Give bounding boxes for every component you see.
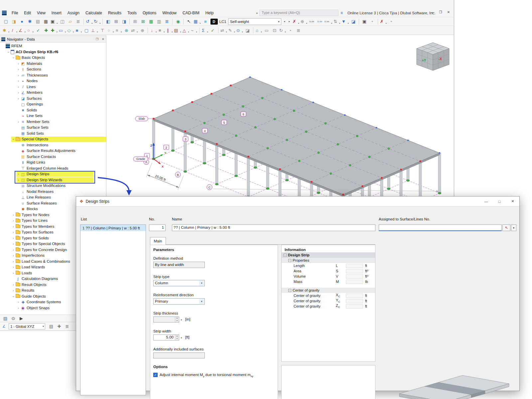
arc-tools-button[interactable]: ○ <box>27 27 34 34</box>
tables-toggle-button[interactable]: ⊞ <box>112 18 120 25</box>
expander-closed-icon[interactable]: › <box>11 253 15 259</box>
expander-closed-icon[interactable]: › <box>16 177 20 183</box>
excel-export-button[interactable]: ▦ <box>147 18 155 25</box>
menu-window[interactable]: Window <box>159 9 180 17</box>
strip-thickness-input[interactable]: ▲▼ <box>153 317 179 323</box>
result-values-button[interactable]: x.xx <box>316 18 324 25</box>
table-tools-button[interactable]: ⊞ <box>131 18 139 25</box>
units-settings-button[interactable]: x.xx <box>324 18 332 25</box>
dialog-maximize-button[interactable]: □ <box>493 197 506 206</box>
select-pointer-button[interactable]: ↖ <box>185 18 193 25</box>
keyword-search-input[interactable]: Type a keyword (Alt+Q) <box>259 10 338 16</box>
tree-item-basic-objects[interactable]: ›Basic Objects <box>0 55 106 61</box>
export-tables-button[interactable]: ⊠ <box>139 18 147 25</box>
nodal-load-button[interactable]: ↓ <box>150 27 157 34</box>
strip-type-combobox[interactable]: Column ▾ <box>153 280 205 286</box>
dialog-minimize-button[interactable]: — <box>479 197 493 206</box>
tree-item-member-sets[interactable]: ›≡Member Sets <box>0 119 106 125</box>
surface-load-button[interactable]: ▤ <box>174 27 181 34</box>
comment-tool-button[interactable]: ✎ <box>228 27 235 34</box>
expander-closed-icon[interactable]: › <box>11 235 15 241</box>
expander-closed-icon[interactable]: › <box>16 66 20 72</box>
print-button[interactable]: ▣ <box>50 18 58 25</box>
print-report-button[interactable]: ▥ <box>155 18 163 25</box>
redo-button[interactable]: ↻ <box>93 18 101 25</box>
dlubal-center-button[interactable]: ● <box>18 18 26 25</box>
menu-view[interactable]: View <box>34 9 49 17</box>
print-graphic-button[interactable]: ▣ <box>361 18 368 25</box>
opening-new-button[interactable]: ▢ <box>83 27 90 34</box>
overflow-end-button[interactable]: » <box>388 18 395 25</box>
expander-closed-icon[interactable]: › <box>16 61 20 67</box>
clipboard-list-button[interactable]: ≣ <box>74 18 82 25</box>
tree-item-thicknesses[interactable]: ›▱Thicknesses <box>0 72 106 78</box>
tree-item-sections[interactable]: ›ⅠSections <box>0 66 106 72</box>
solid-new-button[interactable]: ■ <box>75 27 82 34</box>
width-spinner[interactable]: ▲▼ <box>175 335 179 340</box>
dimension-tool-button[interactable]: ⇄ <box>220 27 227 34</box>
list-item-selected[interactable]: 1 ?? | Column | Primary | w : 5.00 ft <box>80 225 146 231</box>
tree-item-structure-modifications[interactable]: ⊞Structure Modifications <box>0 183 106 189</box>
intersection-tool-button[interactable]: ⊗ <box>123 27 130 34</box>
tree-item-design-strips[interactable]: ›◫Design Strips <box>0 171 106 177</box>
line-support-button[interactable]: ⊤ <box>99 27 106 34</box>
tree-item-special-objects[interactable]: ›Special Objects <box>0 136 106 142</box>
tree-item-nodal-releases[interactable]: ↓Nodal Releases <box>0 189 106 195</box>
tab-main[interactable]: Main <box>150 237 166 245</box>
expander-closed-icon[interactable]: › <box>11 264 15 270</box>
clipping-box-button[interactable]: ◪ <box>244 27 251 34</box>
definition-method-field[interactable]: By line and width <box>153 262 205 268</box>
divide-line-button[interactable]: ⇄ <box>131 27 138 34</box>
tree-item-surface-contacts[interactable]: ▥Surface Contacts <box>0 154 106 160</box>
tree-item-enlarged-column-heads[interactable]: ⊤Enlarged Column Heads <box>0 166 106 172</box>
menu-options[interactable]: Options <box>140 9 159 17</box>
tree-item-openings[interactable]: ▢Openings <box>0 101 106 107</box>
tree-item-solid-sets[interactable]: ▦Solid Sets <box>0 131 106 137</box>
view-isometric-button[interactable]: ⌂ <box>255 27 262 34</box>
expander-closed-icon[interactable]: › <box>11 224 15 230</box>
window-close-button[interactable]: ✕ <box>445 9 453 15</box>
tree-item-aci-design-strip-kb-rf6[interactable]: ›ACI Design Strip KB.rf6 <box>0 49 106 55</box>
check-calculation-button[interactable]: ✓ <box>209 27 216 34</box>
navigator-toggle-button[interactable]: ◧ <box>104 18 112 25</box>
tree-item-surfaces[interactable]: ›◪Surfaces <box>0 96 106 102</box>
expander-closed-icon[interactable]: › <box>11 229 15 235</box>
generate-structure-button[interactable]: ✚ <box>43 27 50 34</box>
undo-button[interactable]: ↺ <box>85 18 93 25</box>
additional-surfaces-field[interactable] <box>153 352 205 358</box>
load-case-combobox[interactable]: Self-weight <box>228 18 281 25</box>
tree-item-surface-results-adjustments[interactable]: ◈Surface Results Adjustments <box>0 148 106 154</box>
result-diagrams-button[interactable]: ⇅ <box>333 18 340 25</box>
generate-combinations-button[interactable]: ⊕ <box>300 18 308 25</box>
display-filter-button[interactable]: ▼ <box>341 18 349 25</box>
expander-closed-icon[interactable]: › <box>16 96 20 102</box>
tree-item-nodes[interactable]: ›•Nodes <box>0 78 106 84</box>
printout-report-button[interactable]: ≣ <box>163 18 171 25</box>
line-tools-button[interactable]: / <box>10 27 18 34</box>
overflow-more-button[interactable]: » <box>369 18 376 25</box>
navigation-cube[interactable]: +Y -X <box>417 43 449 70</box>
expander-closed-icon[interactable]: › <box>16 78 20 84</box>
previous-load-case-button[interactable]: ◂ <box>282 18 287 25</box>
expander-closed-icon[interactable]: › <box>11 282 15 288</box>
menu-edit[interactable]: Edit <box>21 9 34 17</box>
visibility-eye-button[interactable]: ⊙ <box>10 315 17 322</box>
print-preview-button[interactable]: ▤ <box>34 18 42 25</box>
tree-item-line-sets[interactable]: ≈Line Sets <box>0 113 106 119</box>
visibility-mode-button[interactable]: ◪ <box>350 18 357 25</box>
navigator-float-button[interactable]: ❐ <box>94 37 100 42</box>
width-flyout-icon[interactable]: ▸ <box>181 336 182 339</box>
thickness-spinner[interactable]: ▲▼ <box>175 317 179 322</box>
expander-closed-icon[interactable]: › <box>11 247 15 253</box>
expander-closed-icon[interactable]: › <box>16 90 20 96</box>
save-button[interactable]: ▦ <box>42 18 50 25</box>
zoom-fit-button[interactable]: ⊡ <box>271 27 278 34</box>
model-check-button[interactable]: ✓ <box>35 27 42 34</box>
cancel-function-button[interactable]: ✗ <box>380 18 387 25</box>
navigator-close-button[interactable]: ✕ <box>100 37 106 42</box>
adjust-moment-checkbox[interactable]: ✓ <box>153 373 158 377</box>
expander-closed-icon[interactable]: › <box>16 305 20 311</box>
block-note-button[interactable]: ▱ <box>66 18 74 25</box>
strip-number-field[interactable]: 1 <box>149 224 166 231</box>
menu-assign[interactable]: Assign <box>65 9 82 17</box>
